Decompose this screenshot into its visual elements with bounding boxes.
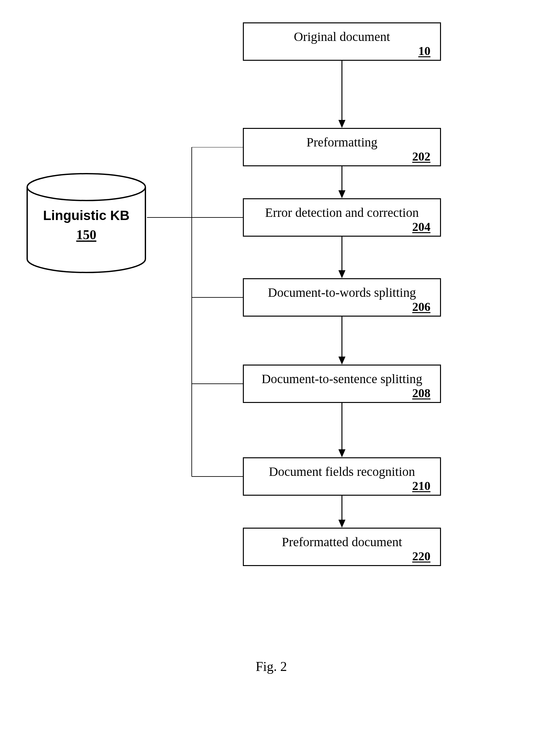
- box-ref: 204: [412, 220, 430, 234]
- svg-marker-8: [338, 357, 345, 365]
- box-original-document: Original document 10: [243, 22, 441, 61]
- arrow-3-4: [337, 317, 347, 365]
- box-label: Original document: [244, 23, 440, 44]
- arrow-1-2: [337, 166, 347, 199]
- svg-point-0: [27, 174, 145, 201]
- box-error-detection: Error detection and correction 204: [243, 198, 441, 237]
- figure-caption: Fig. 2: [256, 659, 287, 674]
- linguistic-kb-ref: 150: [26, 227, 147, 242]
- box-label: Document fields recognition: [244, 458, 440, 479]
- svg-marker-10: [338, 449, 345, 457]
- box-fields-recognition: Document fields recognition 210: [243, 457, 441, 496]
- box-label: Error detection and correction: [244, 199, 440, 220]
- box-sentence-splitting: Document-to-sentence splitting 208: [243, 365, 441, 403]
- arrow-4-5: [337, 403, 347, 458]
- svg-marker-2: [338, 120, 345, 128]
- box-ref: 220: [412, 549, 430, 563]
- box-words-splitting: Document-to-words splitting 206: [243, 278, 441, 317]
- svg-marker-12: [338, 520, 345, 528]
- box-ref: 10: [418, 44, 430, 58]
- box-ref: 202: [412, 149, 430, 163]
- arrow-0-1: [337, 61, 347, 129]
- arrow-5-6: [337, 496, 347, 528]
- box-preformatting: Preformatting 202: [243, 128, 441, 166]
- box-label: Document-to-words splitting: [244, 279, 440, 300]
- box-label: Preformatting: [244, 129, 440, 150]
- svg-marker-4: [338, 190, 345, 198]
- box-ref: 210: [412, 479, 430, 493]
- kb-bus: [147, 147, 243, 480]
- linguistic-kb-cylinder: Linguistic KB 150: [26, 173, 147, 275]
- box-ref: 206: [412, 300, 430, 314]
- box-ref: 208: [412, 386, 430, 400]
- box-label: Document-to-sentence splitting: [244, 366, 440, 386]
- box-preformatted-document: Preformatted document 220: [243, 528, 441, 566]
- arrow-2-3: [337, 237, 347, 279]
- box-label: Preformatted document: [244, 529, 440, 549]
- svg-marker-6: [338, 270, 345, 278]
- linguistic-kb-label: Linguistic KB: [26, 208, 147, 223]
